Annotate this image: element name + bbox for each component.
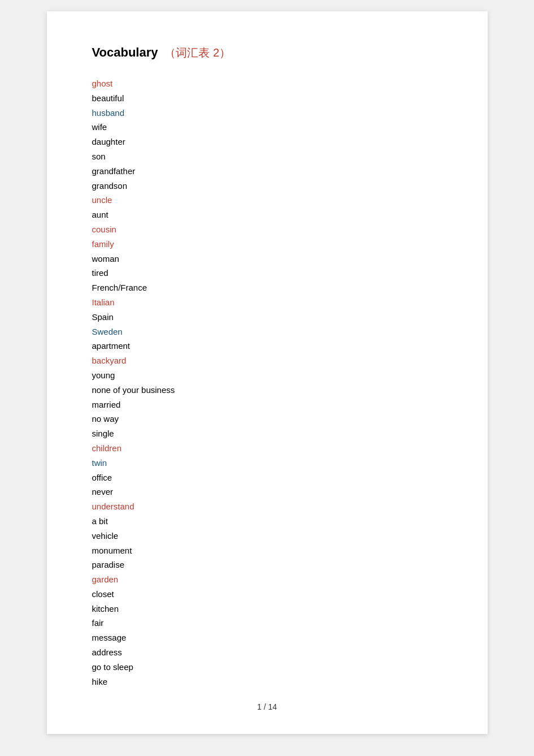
list-item: aunt (92, 208, 442, 222)
page-title: Vocabulary （词汇表 2） (92, 45, 442, 61)
page: Vocabulary （词汇表 2） ghostbeautifulhusband… (47, 11, 488, 734)
title-chinese: （词汇表 2） (164, 45, 231, 61)
list-item: daughter (92, 135, 442, 149)
list-item: apartment (92, 339, 442, 353)
list-item: family (92, 237, 442, 252)
list-item: children (92, 441, 442, 456)
list-item: woman (92, 252, 442, 266)
list-item: kitchen (92, 602, 442, 616)
list-item: address (92, 645, 442, 660)
list-item: uncle (92, 193, 442, 208)
word-list: ghostbeautifulhusbandwifedaughtersongran… (92, 76, 442, 689)
list-item: no way (92, 412, 442, 426)
list-item: single (92, 426, 442, 441)
list-item: office (92, 470, 442, 485)
list-item: beautiful (92, 91, 442, 106)
list-item: vehicle (92, 529, 442, 543)
list-item: garden (92, 572, 442, 587)
list-item: closet (92, 587, 442, 602)
list-item: grandfather (92, 164, 442, 179)
list-item: French/France (92, 280, 442, 295)
list-item: son (92, 149, 442, 164)
list-item: paradise (92, 558, 442, 572)
list-item: fair (92, 616, 442, 630)
list-item: a bit (92, 514, 442, 529)
list-item: go to sleep (92, 660, 442, 675)
list-item: grandson (92, 179, 442, 193)
list-item: cousin (92, 222, 442, 237)
list-item: monument (92, 543, 442, 558)
list-item: Sweden (92, 325, 442, 339)
list-item: ghost (92, 76, 442, 91)
list-item: husband (92, 106, 442, 120)
page-number: 1 / 14 (257, 702, 277, 711)
list-item: married (92, 398, 442, 412)
list-item: understand (92, 499, 442, 514)
list-item: none of your business (92, 383, 442, 398)
list-item: never (92, 485, 442, 499)
list-item: young (92, 368, 442, 383)
list-item: twin (92, 456, 442, 470)
list-item: backyard (92, 353, 442, 368)
list-item: message (92, 630, 442, 645)
list-item: Italian (92, 295, 442, 310)
list-item: Spain (92, 310, 442, 325)
list-item: hike (92, 675, 442, 689)
list-item: wife (92, 120, 442, 135)
title-english: Vocabulary (92, 45, 158, 60)
list-item: tired (92, 266, 442, 280)
